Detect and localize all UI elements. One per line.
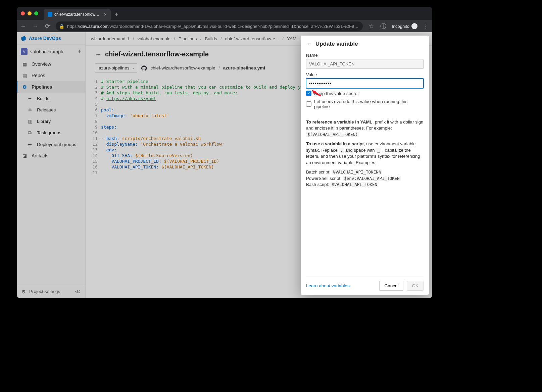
minimize-window-button[interactable]: [28, 11, 32, 15]
sidebar-item-deployment-groups[interactable]: ↦Deployment groups: [17, 139, 85, 150]
code-line: # Starter pipeline: [101, 79, 308, 84]
sidebar-item-icon: ▥: [27, 118, 33, 124]
close-tab-icon[interactable]: ×: [104, 12, 107, 17]
sidebar-nav: ▦Overview▤Repos⚙Pipelines≣Builds⚛Release…: [17, 58, 85, 285]
name-label: Name: [306, 53, 424, 58]
page-back-button[interactable]: ←: [95, 50, 102, 58]
help-script-bold: To use a variable in a script: [306, 141, 364, 146]
panel-back-button[interactable]: ←: [306, 40, 312, 47]
sidebar-item-icon: ⧉: [27, 130, 33, 136]
nav-back-button[interactable]: ←: [19, 23, 27, 30]
override-checkbox-label: Let users override this value when runni…: [314, 99, 424, 109]
help-and: and space with: [344, 148, 376, 153]
learn-link[interactable]: Learn about variables: [306, 283, 350, 288]
sidebar-item-builds[interactable]: ≣Builds: [17, 93, 85, 104]
sidebar-item-overview[interactable]: ▦Overview: [17, 58, 85, 70]
breadcrumb-item[interactable]: wizardondemand-1: [91, 36, 130, 41]
help-yaml-bold: To reference a variable in YAML: [306, 119, 373, 125]
override-checkbox[interactable]: [306, 101, 311, 107]
maximize-window-button[interactable]: [34, 11, 38, 15]
app-surface: Azure DevOps V valohai-example + ▦Overvi…: [17, 32, 432, 298]
brand-row[interactable]: Azure DevOps: [17, 32, 85, 45]
name-input[interactable]: [306, 59, 424, 69]
panel-title: Update variable: [315, 41, 358, 47]
code-line: [101, 118, 308, 124]
sidebar-item-repos[interactable]: ▤Repos: [17, 70, 85, 81]
collapse-sidebar-icon[interactable]: ≪: [75, 288, 81, 295]
breadcrumb-item[interactable]: chief-wizard.tensorflow-e...: [225, 36, 279, 41]
mac-window-controls: [21, 11, 38, 15]
breadcrumb-item[interactable]: Builds: [205, 36, 217, 41]
line-gutter: 1234567891011121314151617: [86, 76, 101, 298]
project-settings-link[interactable]: ⚙ Project settings ≪: [17, 285, 85, 298]
github-icon: [141, 65, 147, 71]
breadcrumb-separator: /: [133, 36, 134, 41]
url-bar[interactable]: 🔒 https:// dev.azure.com /wizardondemand…: [56, 21, 363, 31]
project-name: valohai-example: [30, 49, 64, 54]
branch-select-label: azure-pipelines: [99, 65, 130, 70]
incognito-label: Incognito: [392, 24, 409, 29]
sidebar-item-pipelines[interactable]: ⚙Pipelines: [17, 81, 85, 93]
sidebar-item-icon: ≣: [27, 96, 33, 101]
tab-title: chief-wizard.tensorflow-exam...: [54, 12, 101, 17]
url-protocol: https://: [67, 24, 80, 29]
secret-checkbox-row[interactable]: ✓ Keep this value secret: [306, 91, 424, 96]
sidebar-item-label: Overview: [32, 61, 51, 67]
code-line: vmImage: 'ubuntu-latest': [101, 113, 308, 118]
sidebar-item-icon: ▦: [21, 61, 28, 67]
breadcrumb-item[interactable]: Pipelines: [179, 36, 197, 41]
browser-titlebar: chief-wizard.tensorflow-exam... × +: [17, 7, 432, 20]
site-info-icon[interactable]: ⓘ: [380, 22, 387, 30]
sidebar: Azure DevOps V valohai-example + ▦Overvi…: [17, 32, 86, 298]
breadcrumb-item[interactable]: YAML: [287, 36, 299, 41]
repo-file-name: azure-pipelines.yml: [223, 65, 265, 70]
code-line: env:: [101, 147, 308, 153]
repo-path[interactable]: chief-wizard/tensorflow-example / azure-…: [151, 65, 265, 70]
nav-forward-button[interactable]: →: [32, 23, 39, 30]
code-line: # https://aka.ms/yaml: [101, 96, 308, 101]
breadcrumb-separator: /: [282, 36, 284, 41]
favicon-icon: [48, 12, 52, 17]
bookmark-icon[interactable]: ☆: [367, 22, 375, 30]
project-avatar: V: [21, 48, 28, 55]
breadcrumb-item[interactable]: valohai-example: [138, 36, 170, 41]
secret-checkbox[interactable]: ✓: [306, 91, 311, 96]
browser-window: chief-wizard.tensorflow-exam... × + ← → …: [17, 7, 432, 298]
project-switcher[interactable]: V valohai-example +: [17, 45, 85, 58]
new-tab-button[interactable]: +: [115, 11, 118, 18]
value-label: Value: [306, 72, 424, 77]
sidebar-item-icon: ◪: [21, 153, 28, 158]
code-line: VALOHAI_API_TOKEN: $(VALOHAI_API_TOKEN): [101, 164, 308, 170]
help-text: To reference a variable in YAML, prefix …: [306, 119, 424, 191]
override-checkbox-row[interactable]: Let users override this value when runni…: [306, 99, 424, 109]
ok-button[interactable]: OK: [407, 281, 424, 291]
sidebar-item-icon: ⚛: [27, 107, 33, 112]
sidebar-item-label: Pipelines: [32, 84, 52, 90]
panel-header: ← Update variable: [306, 40, 424, 47]
code-line: # Start with a minimal pipeline that you…: [101, 84, 308, 90]
panel-footer: Learn about variables Cancel OK: [306, 277, 424, 295]
help-yaml-example: $(VALOHAI_API_TOKEN): [306, 132, 359, 137]
sidebar-item-label: Artifacts: [32, 153, 49, 158]
sidebar-item-library[interactable]: ▥Library: [17, 115, 85, 127]
nav-reload-button[interactable]: ⟳: [44, 22, 51, 30]
browser-menu-button[interactable]: ⋮: [422, 22, 430, 30]
add-project-button[interactable]: +: [78, 48, 81, 55]
breadcrumb-separator: /: [174, 36, 175, 41]
close-window-button[interactable]: [21, 11, 25, 15]
ps-label: PowerShell script:: [306, 176, 343, 181]
sidebar-item-task-groups[interactable]: ⧉Task groups: [17, 127, 85, 139]
cancel-button[interactable]: Cancel: [379, 281, 403, 291]
code-lines: # Starter pipeline# Start with a minimal…: [101, 76, 308, 298]
bash-example: $VALOHAI_API_TOKEN: [331, 182, 379, 187]
gear-icon: ⚙: [21, 289, 26, 294]
path-separator: /: [218, 65, 220, 70]
browser-tab[interactable]: chief-wizard.tensorflow-exam... ×: [44, 9, 111, 20]
sidebar-item-artifacts[interactable]: ◪Artifacts: [17, 150, 85, 161]
sidebar-item-releases[interactable]: ⚛Releases: [17, 104, 85, 115]
page-title: chief-wizard.tensorflow-example: [105, 50, 209, 58]
branch-select[interactable]: azure-pipelines: [95, 63, 137, 72]
value-input[interactable]: [306, 79, 424, 88]
code-line: - bash: scripts/orchestrate_valohai.sh: [101, 136, 308, 141]
url-host: dev.azure.com: [80, 24, 108, 29]
